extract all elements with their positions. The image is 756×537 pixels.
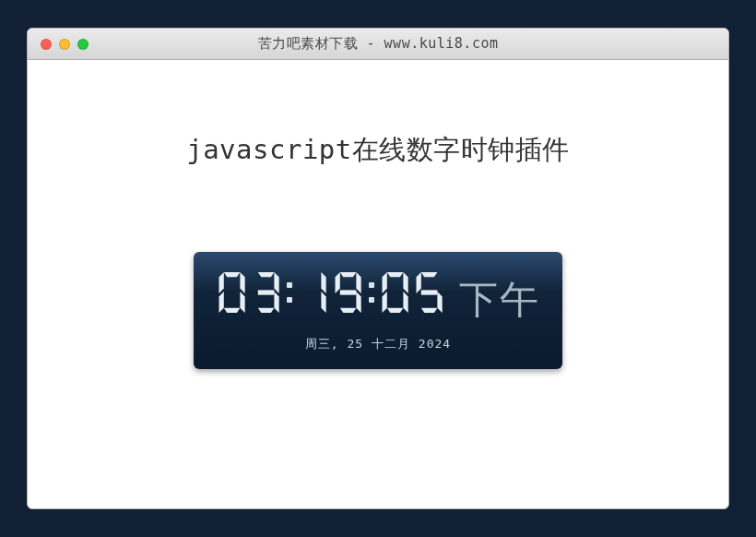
page-title: javascript在线数字时钟插件 — [186, 132, 570, 169]
svg-marker-19 — [386, 272, 403, 277]
window-controls — [28, 39, 89, 50]
time-digit — [297, 272, 329, 313]
svg-marker-8 — [275, 292, 279, 313]
svg-marker-7 — [275, 272, 279, 293]
page-content: javascript在线数字时钟插件 下午 周三, 25 十二月 2024 — [28, 60, 728, 508]
svg-marker-11 — [322, 272, 326, 293]
date-label: 周三, 25 十二月 2024 — [305, 336, 451, 352]
svg-marker-27 — [421, 308, 438, 313]
close-icon[interactable] — [41, 39, 52, 50]
minimize-icon[interactable] — [59, 39, 70, 50]
svg-marker-16 — [339, 308, 356, 313]
window-title: 苦力吧素材下载 - www.kuli8.com — [28, 35, 728, 53]
time-colon — [366, 272, 377, 313]
svg-marker-21 — [403, 292, 408, 313]
maximize-icon[interactable] — [77, 39, 89, 50]
svg-marker-1 — [240, 272, 244, 293]
svg-marker-9 — [258, 308, 275, 313]
time-digit — [216, 272, 248, 313]
svg-marker-2 — [240, 292, 244, 313]
time-digit — [379, 272, 411, 313]
digital-clock: 下午 周三, 25 十二月 2024 — [194, 252, 562, 369]
time-digits — [216, 272, 445, 313]
svg-marker-24 — [382, 272, 386, 293]
svg-marker-13 — [339, 272, 356, 277]
time-digit — [250, 272, 282, 313]
browser-window: 苦力吧素材下载 - www.kuli8.com javascript在线数字时钟… — [27, 28, 729, 509]
svg-marker-3 — [224, 308, 241, 313]
svg-marker-5 — [219, 272, 223, 293]
svg-marker-0 — [224, 272, 241, 277]
svg-marker-22 — [386, 308, 403, 313]
svg-marker-18 — [339, 290, 356, 294]
svg-marker-10 — [258, 290, 275, 294]
svg-marker-14 — [356, 272, 360, 293]
svg-marker-4 — [219, 292, 223, 313]
time-colon — [284, 272, 295, 313]
ampm-label: 下午 — [459, 280, 540, 319]
svg-marker-26 — [437, 292, 442, 313]
svg-marker-23 — [382, 292, 386, 313]
svg-marker-15 — [356, 292, 360, 313]
svg-marker-28 — [416, 272, 420, 293]
time-digit — [413, 272, 445, 313]
svg-marker-6 — [258, 272, 275, 277]
svg-marker-20 — [403, 272, 408, 293]
svg-marker-12 — [322, 292, 326, 313]
titlebar: 苦力吧素材下载 - www.kuli8.com — [28, 29, 728, 60]
svg-marker-25 — [421, 272, 438, 277]
time-row: 下午 — [212, 272, 544, 319]
svg-marker-17 — [335, 272, 339, 293]
time-digit — [332, 272, 364, 313]
svg-marker-29 — [421, 290, 438, 294]
